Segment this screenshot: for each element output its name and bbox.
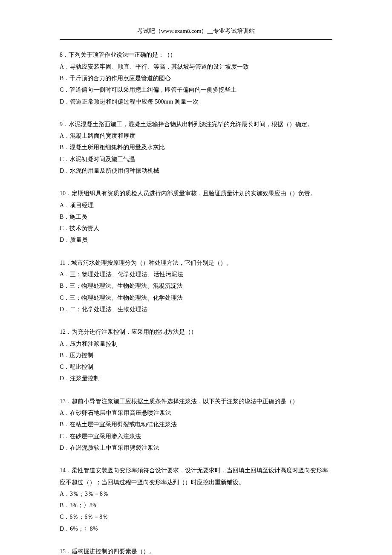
question-option: D．管道正常顶进和纠偏过程中应每 500mm 测量一次 [60, 96, 332, 107]
question-option: A．在砂卵石地层中宜采用高压悬喷注浆法 [60, 407, 332, 419]
question-option: C．管道偏向一侧时可以采用挖土纠偏，即管子偏向的一侧多挖些土 [60, 84, 332, 95]
question-option: B．施工员 [60, 211, 332, 223]
question-stem: 15．盾构掘进控制的四要素是（）。 [60, 546, 332, 555]
page-header: 考试吧（www.exam8.com）__专业考试培训站 [60, 26, 332, 40]
header-text: 考试吧（www.exam8.com）__专业考试培训站 [137, 28, 255, 34]
question-block: 10．定期组织具有资质的质检人员进行内部质量审核，且验证质量计划的实施效果应由（… [60, 188, 332, 246]
question-option: B．三；物理处理法、生物处理法、混凝沉淀法 [60, 280, 332, 292]
question-stem: 8．下列关于顶管作业说法中正确的是：（） [60, 49, 332, 61]
question-option: B．千斤顶的合力的作用点应是管道的圆心 [60, 72, 332, 84]
question-option: D．质量员 [60, 234, 332, 246]
question-option: A．3％；3％－8％ [60, 488, 332, 500]
question-option: C．6％；6％－8％ [60, 511, 332, 523]
question-option: C．技术负责人 [60, 223, 332, 234]
question-option: A．导轨应安装牢固、顺直、平行、等高，其纵坡与管道的设计坡度一致 [60, 61, 332, 72]
question-option: A．混凝土路面的宽度和厚度 [60, 130, 332, 142]
question-stem: 13．超前小导管注浆施工应根据土质条件选择注浆法，以下关于注浆的说法中正确的是（… [60, 396, 332, 407]
question-option: C．水泥初凝时间及施工气温 [60, 153, 332, 165]
question-option: D．注浆量控制 [60, 373, 332, 384]
question-block: 15．盾构掘进控制的四要素是（）。A．开挖控制，超前支护，线性控制，注浆 [60, 546, 332, 555]
question-stem: 12．为充分进行注浆控制，应采用的控制方法是（） [60, 326, 332, 338]
question-block: 14．柔性管道安装竖向变形率须符合设计要求，设计无要求时，当回填土回填至设计高度… [60, 465, 332, 535]
question-option: B．混凝土所用粗细集料的用量及水灰比 [60, 142, 332, 153]
question-option: C．配比控制 [60, 361, 332, 373]
question-option: C．三；物理处理法、生物处理法、化学处理法 [60, 292, 332, 304]
question-option: C．在砂层中宜采用渗入注浆法 [60, 431, 332, 442]
question-option: D．二；化学处理法、生物处理法 [60, 304, 332, 315]
question-block: 11．城市污水处理按原理分为（）种处理方法，它们分别是（）。A．三；物理处理法、… [60, 257, 332, 315]
question-stem: 9．水泥混凝土路面施工，混凝土运输拌合物从出料到浇注完毕的允许最长时间，根据（）… [60, 119, 332, 130]
question-option: D．水泥的用量及所使用何种振动机械 [60, 165, 332, 176]
questions-container: 8．下列关于顶管作业说法中正确的是：（）A．导轨应安装牢固、顺直、平行、等高，其… [60, 49, 332, 555]
question-stem: 10．定期组织具有资质的质检人员进行内部质量审核，且验证质量计划的实施效果应由（… [60, 188, 332, 199]
question-block: 8．下列关于顶管作业说法中正确的是：（）A．导轨应安装牢固、顺直、平行、等高，其… [60, 49, 332, 107]
question-option: B．压力控制 [60, 350, 332, 361]
question-option: A．压力和注浆量控制 [60, 338, 332, 350]
question-option: A．项目经理 [60, 199, 332, 211]
question-option: D．在淤泥质软土中宜采用劈裂注浆法 [60, 442, 332, 454]
question-stem: 11．城市污水处理按原理分为（）种处理方法，它们分别是（）。 [60, 257, 332, 269]
question-option: B．在粘土层中宜采用劈裂或电动硅化注浆法 [60, 419, 332, 430]
question-option: B．3%；〉8% [60, 500, 332, 511]
question-option: A．三；物理处理法、化学处理法、活性污泥法 [60, 269, 332, 280]
question-block: 13．超前小导管注浆施工应根据土质条件选择注浆法，以下关于注浆的说法中正确的是（… [60, 396, 332, 454]
question-option: D．6%；〉8% [60, 523, 332, 535]
question-block: 9．水泥混凝土路面施工，混凝土运输拌合物从出料到浇注完毕的允许最长时间，根据（）… [60, 119, 332, 176]
question-block: 12．为充分进行注浆控制，应采用的控制方法是（）A．压力和注浆量控制B．压力控制… [60, 326, 332, 384]
question-stem: 14．柔性管道安装竖向变形率须符合设计要求，设计无要求时，当回填土回填至设计高度… [60, 465, 332, 488]
